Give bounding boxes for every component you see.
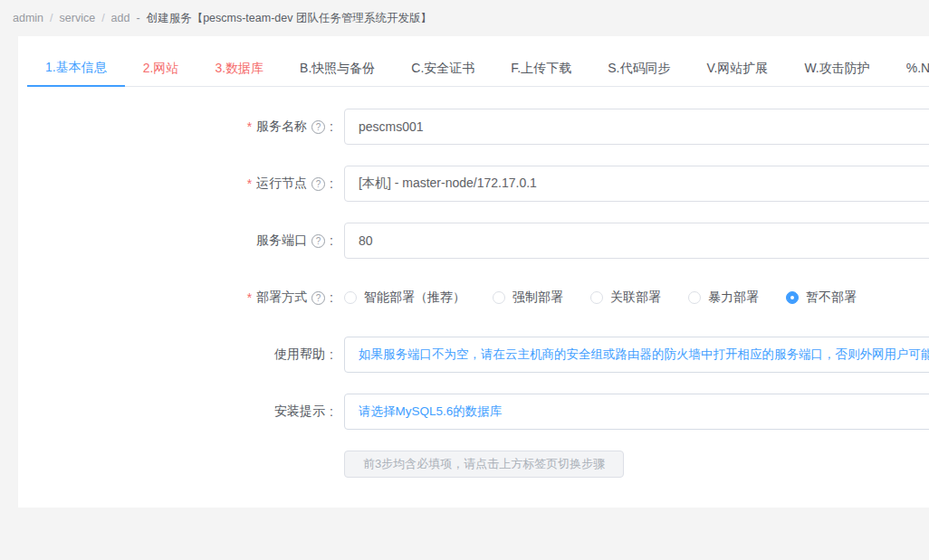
breadcrumb-dash: - [136, 12, 139, 24]
form-item-service-port: 服务端口 ? : [18, 223, 929, 259]
tab-ssl-cert[interactable]: C.安全证书 [393, 51, 493, 86]
label-text: 部署方式 [256, 289, 307, 306]
tab-upload-download[interactable]: F.上传下载 [493, 51, 589, 86]
radio-linked-deploy[interactable]: 关联部署 [590, 289, 661, 306]
radio-icon [493, 291, 505, 304]
required-mark: * [247, 119, 252, 134]
form-item-service-name: * 服务名称 ? : [18, 109, 929, 145]
label-text: 服务端口 [256, 233, 307, 249]
radio-icon [590, 291, 603, 304]
tab-nginx-settings[interactable]: %.Nginx设置 [888, 51, 929, 86]
install-tip-text: 请选择MySQL5.6的数据库 [344, 394, 929, 430]
radio-brute-deploy[interactable]: 暴力部署 [688, 289, 759, 306]
label-text: 运行节点 [256, 176, 307, 192]
form-item-install-tip: 安装提示 : 请选择MySQL5.6的数据库 [18, 394, 929, 430]
label-colon: : [330, 119, 333, 134]
radio-checked-icon [786, 291, 799, 304]
tab-basic-info[interactable]: 1.基本信息 [27, 50, 125, 87]
breadcrumb: admin / service / add - 创建服务【pescms-team… [0, 0, 929, 36]
create-service-form: * 服务名称 ? : * 运行节点 ? : 服务端口 [18, 109, 929, 478]
help-icon[interactable]: ? [311, 291, 325, 305]
label-text: 安装提示 [274, 403, 325, 420]
breadcrumb-item-add[interactable]: add [111, 12, 130, 24]
radio-icon [344, 291, 357, 304]
label-colon: : [330, 404, 333, 419]
label-colon: : [330, 347, 333, 362]
help-icon[interactable]: ? [311, 234, 325, 248]
content-card: 1.基本信息 2.网站 3.数据库 B.快照与备份 C.安全证书 F.上传下载 … [18, 36, 929, 508]
service-port-input[interactable] [344, 223, 929, 259]
radio-no-deploy[interactable]: 暂不部署 [786, 289, 857, 306]
required-mark: * [247, 176, 252, 191]
tab-site-extension[interactable]: V.网站扩展 [688, 51, 786, 86]
step-tabs: 1.基本信息 2.网站 3.数据库 B.快照与备份 C.安全证书 F.上传下载 … [27, 51, 929, 87]
switch-step-disabled-button[interactable]: 前3步均含必填项，请点击上方标签页切换步骤 [344, 451, 624, 478]
tab-code-sync[interactable]: S.代码同步 [589, 51, 688, 86]
service-port-label: 服务端口 ? : [18, 233, 344, 249]
tab-snapshot-backup[interactable]: B.快照与备份 [282, 51, 393, 86]
form-footer: 前3步均含必填项，请点击上方标签页切换步骤 [18, 451, 929, 478]
breadcrumb-separator: / [50, 12, 53, 24]
label-colon: : [330, 233, 333, 248]
service-name-input[interactable] [344, 109, 929, 145]
service-name-label: * 服务名称 ? : [18, 119, 344, 135]
label-colon: : [330, 290, 333, 305]
usage-help-label: 使用帮助 : [18, 346, 344, 363]
help-icon[interactable]: ? [311, 120, 325, 134]
run-node-label: * 运行节点 ? : [18, 176, 344, 192]
breadcrumb-item-admin[interactable]: admin [13, 12, 43, 24]
radio-force-deploy[interactable]: 强制部署 [493, 289, 563, 306]
form-item-usage-help: 使用帮助 : 如果服务端口不为空，请在云主机商的安全组或路由器的防火墙中打开相应… [18, 337, 929, 373]
page-title: 创建服务【pescms-team-dev 团队任务管理系统开发版】 [147, 11, 432, 26]
deploy-method-radio-group: 智能部署（推荐） 强制部署 关联部署 暴力部署 暂不部署 [344, 289, 929, 306]
breadcrumb-item-service[interactable]: service [60, 12, 96, 24]
usage-help-text: 如果服务端口不为空，请在云主机商的安全组或路由器的防火墙中打开相应的服务端口，否… [344, 337, 929, 373]
help-icon[interactable]: ? [311, 177, 325, 191]
tab-attack-protection[interactable]: W.攻击防护 [786, 51, 887, 86]
tab-website[interactable]: 2.网站 [125, 51, 197, 86]
breadcrumb-separator: / [101, 12, 104, 24]
form-item-deploy-method: * 部署方式 ? : 智能部署（推荐） 强制部署 关联部署 [18, 280, 929, 316]
radio-smart-deploy[interactable]: 智能部署（推荐） [344, 289, 465, 306]
run-node-select[interactable] [344, 166, 929, 202]
deploy-method-label: * 部署方式 ? : [18, 289, 344, 306]
install-tip-label: 安装提示 : [18, 403, 344, 420]
radio-icon [688, 291, 701, 304]
label-text: 服务名称 [256, 119, 307, 135]
label-colon: : [330, 176, 333, 191]
form-item-run-node: * 运行节点 ? : [18, 166, 929, 202]
tab-database[interactable]: 3.数据库 [196, 51, 282, 86]
label-text: 使用帮助 [274, 346, 325, 363]
required-mark: * [247, 290, 252, 305]
